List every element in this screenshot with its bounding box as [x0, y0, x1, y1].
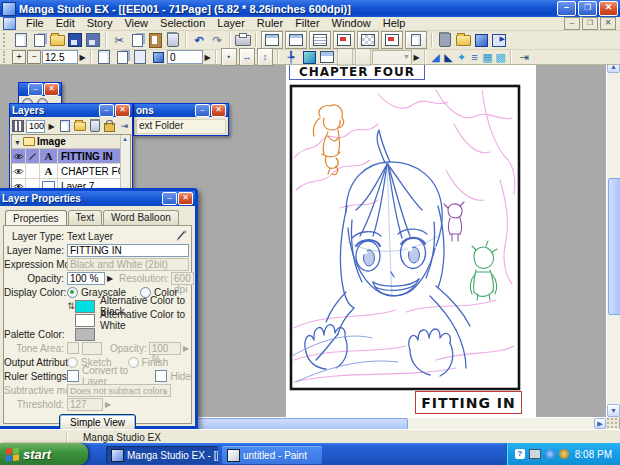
- actions-palette-titlebar[interactable]: ons: [134, 104, 228, 117]
- alt-black-swatch[interactable]: [75, 300, 95, 313]
- dialog-close-icon[interactable]: [178, 192, 193, 205]
- actions-item-text-folder[interactable]: ext Folder: [136, 119, 226, 134]
- preview-panel-toggle[interactable]: [333, 31, 355, 49]
- minimize-button[interactable]: [557, 1, 576, 16]
- menu-story[interactable]: Story: [81, 17, 119, 30]
- mdi-minimize-icon[interactable]: [564, 17, 580, 30]
- sketch-radio[interactable]: [67, 357, 78, 368]
- color-radio[interactable]: [140, 287, 151, 298]
- document-window-icon[interactable]: [3, 17, 16, 30]
- scroll-right-icon[interactable]: ▶: [594, 418, 606, 429]
- new-page-button[interactable]: [12, 32, 30, 48]
- subtractive-method-select[interactable]: Does not subtract colors: [67, 384, 171, 397]
- edit-mode-toggle[interactable]: [381, 31, 403, 49]
- mdi-close-icon[interactable]: [600, 17, 616, 30]
- menu-layer[interactable]: Layer: [211, 17, 251, 30]
- pen-2d-button[interactable]: ◢: [429, 49, 442, 65]
- menu-ruler[interactable]: Ruler: [251, 17, 289, 30]
- palette-minimize-icon[interactable]: [28, 83, 43, 96]
- save-all-button[interactable]: [84, 32, 102, 48]
- layer-properties-dialog[interactable]: Layer Properties Properties Text Word Ba…: [0, 188, 198, 429]
- delete-story-button[interactable]: [436, 32, 454, 48]
- layer-name-input[interactable]: [67, 244, 189, 257]
- tray-display-icon[interactable]: [529, 449, 541, 459]
- new-folder-button[interactable]: [73, 118, 86, 134]
- list-panel-toggle[interactable]: [309, 31, 331, 49]
- edit-target-cell[interactable]: [26, 164, 40, 178]
- open-button[interactable]: [48, 32, 66, 48]
- taskbar-item-manga-studio[interactable]: Manga Studio EX - [[E...: [106, 446, 218, 464]
- actual-size-button[interactable]: ▪: [221, 48, 237, 66]
- opacity-flyout-arrow[interactable]: ▶: [47, 122, 56, 131]
- redo-button[interactable]: ↷: [208, 32, 226, 48]
- transform-button[interactable]: [300, 49, 318, 65]
- disabled-tool-button[interactable]: [355, 48, 371, 66]
- menu-filter[interactable]: Filter: [289, 17, 325, 30]
- toolbar-grip[interactable]: [3, 51, 8, 62]
- edit-target-cell[interactable]: [26, 149, 40, 163]
- palette-close-icon[interactable]: [115, 104, 130, 117]
- pages-panel-toggle[interactable]: [261, 31, 283, 49]
- pattern-tool-button[interactable]: ▩: [494, 49, 507, 65]
- zoom-in-button[interactable]: ＋: [12, 50, 26, 64]
- canvas-page[interactable]: CHAPTER FOUR FITTING IN: [286, 60, 536, 417]
- story-panel-toggle[interactable]: [285, 31, 307, 49]
- grid-tool-button[interactable]: ▦: [481, 49, 494, 65]
- tray-update-icon[interactable]: [559, 449, 569, 459]
- palette-close-icon[interactable]: [44, 83, 59, 96]
- copy-button[interactable]: [128, 32, 146, 48]
- tone-area-checkbox[interactable]: [67, 342, 79, 354]
- scroll-down-icon[interactable]: ▼: [607, 404, 620, 417]
- select-layer-button[interactable]: [318, 49, 336, 65]
- fit-width-button[interactable]: ↔: [239, 48, 255, 66]
- rotation-flyout-arrow[interactable]: ▶: [203, 53, 212, 62]
- start-button[interactable]: start: [0, 443, 88, 465]
- rotate-reset-button[interactable]: [149, 49, 167, 65]
- taskbar-clock[interactable]: 8:08 PM: [573, 449, 612, 460]
- tab-word-balloon[interactable]: Word Balloon: [103, 210, 179, 225]
- hide-checkbox[interactable]: [155, 370, 167, 382]
- visibility-cell[interactable]: [12, 149, 26, 163]
- cut-button[interactable]: ✂: [110, 32, 128, 48]
- collapse-triangle-icon[interactable]: [14, 136, 21, 147]
- next-page-button[interactable]: [131, 49, 149, 65]
- menu-selection[interactable]: Selection: [154, 17, 211, 30]
- tools-palette-titlebar[interactable]: [19, 83, 61, 96]
- brush-button[interactable]: ✦: [455, 49, 468, 65]
- alt-white-swatch[interactable]: [75, 314, 95, 327]
- opacity-input[interactable]: [67, 272, 105, 285]
- vertical-scrollbar[interactable]: ▲ ▼: [606, 60, 620, 417]
- convert-to-layer-checkbox[interactable]: [67, 370, 79, 382]
- tone-panel-toggle[interactable]: [357, 31, 379, 49]
- layer-row-chapter-four[interactable]: CHAPTER FOUR: [12, 164, 130, 179]
- grayscale-radio[interactable]: [67, 287, 78, 298]
- app-titlebar[interactable]: Manga Studio EX - [[EE001 - 71Page] (5.8…: [0, 0, 620, 17]
- palette-close-icon[interactable]: [211, 104, 226, 117]
- page-transfer-toggle[interactable]: [405, 31, 427, 49]
- dialog-minimize-icon[interactable]: [162, 192, 177, 205]
- title-text-layer[interactable]: FITTING IN: [415, 391, 522, 414]
- rotation-input[interactable]: [167, 50, 203, 64]
- actions-palette[interactable]: ons ext Folder: [133, 103, 229, 136]
- visibility-cell[interactable]: [12, 164, 26, 178]
- finish-radio[interactable]: [128, 357, 139, 368]
- palette-minimize-icon[interactable]: [195, 104, 210, 117]
- vertical-scroll-thumb[interactable]: [608, 178, 620, 315]
- toolbar-grip[interactable]: [3, 33, 8, 47]
- paste-button[interactable]: [146, 32, 164, 48]
- zoom-out-button[interactable]: －: [27, 50, 41, 64]
- palette-minimize-icon[interactable]: [99, 104, 114, 117]
- zoom-flyout-arrow[interactable]: ▶: [78, 53, 87, 62]
- menu-help[interactable]: Help: [377, 17, 412, 30]
- menu-file[interactable]: File: [20, 17, 50, 30]
- snapshot-button[interactable]: [472, 32, 490, 48]
- new-layer-button[interactable]: [58, 118, 71, 134]
- delete-layer-button[interactable]: [88, 118, 101, 134]
- prev-page-button[interactable]: [95, 49, 113, 65]
- layer-grid-icon[interactable]: [12, 120, 24, 132]
- taskbar-item-paint[interactable]: untitled - Paint: [222, 446, 322, 464]
- restore-button[interactable]: [578, 1, 597, 16]
- palette-menu-button[interactable]: ⇥: [118, 118, 131, 134]
- lock-layer-button[interactable]: [103, 118, 116, 134]
- resize-grip[interactable]: [606, 417, 619, 429]
